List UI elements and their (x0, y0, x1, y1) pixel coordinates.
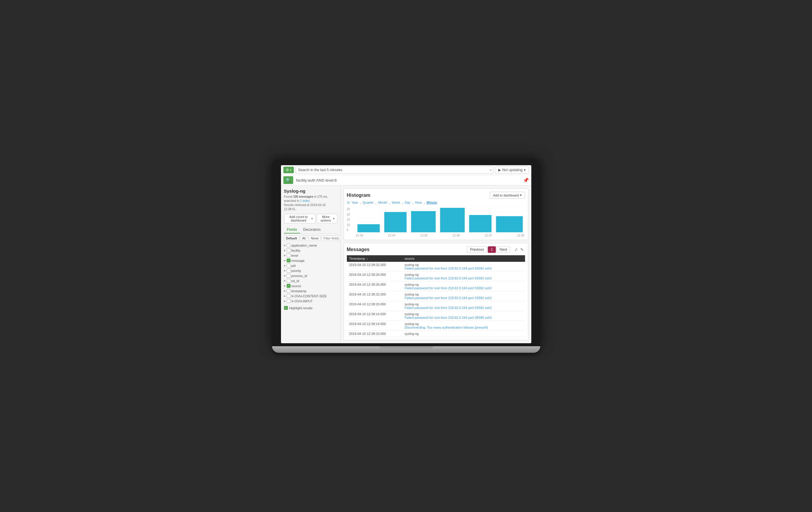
msg-source: syslog-ng (405, 263, 419, 267)
col-timestamp: Timestamp ↕ (347, 255, 402, 262)
message-count: 106 messages (293, 195, 314, 198)
field-name: application_name (291, 244, 317, 247)
edit-icon[interactable]: ✎ (519, 247, 525, 252)
y-label: 5 (347, 228, 350, 232)
chevron-right-icon: ▶ (284, 254, 286, 257)
bar-1236[interactable] (440, 208, 465, 232)
msg-source: syslog-ng (405, 302, 419, 306)
table-row[interactable]: 2019-04-10 12:38:26.000 syslog-ng Failed… (347, 281, 525, 291)
list-item[interactable]: ▶ level (284, 253, 337, 258)
pin-icon[interactable]: 📌 (523, 178, 529, 183)
sidebar-info: Found 106 messages in 270 ms, searched i… (284, 195, 337, 211)
filter-none[interactable]: None (309, 236, 321, 241)
list-item[interactable]: ▶ ✓ message (284, 258, 337, 263)
index-link[interactable]: 1 index (300, 199, 310, 203)
previous-button[interactable]: Previous (467, 246, 487, 253)
msg-timestamp: 2019-04-10 12:38:32.000 (347, 262, 402, 272)
field-name: timestamp (291, 289, 307, 293)
add-to-dashboard-button[interactable]: Add to dashboard ▾ (490, 192, 525, 198)
table-row[interactable]: 2019-04-10 12:38:20.000 syslog-ng Failed… (347, 301, 525, 311)
chevron-down-icon: ▾ (290, 168, 291, 171)
filter-fields-input[interactable] (321, 236, 340, 241)
histogram-title: Histogram (347, 193, 370, 198)
chevron-right-icon: ▶ (284, 279, 286, 282)
next-button[interactable]: Next (497, 246, 510, 253)
field-name: facility (291, 249, 301, 252)
table-row[interactable]: 2019-04-10 12:38:14.000 syslog-ng Discon… (347, 321, 525, 331)
laptop-base (272, 346, 540, 353)
x-label-1237: 12:37 (485, 234, 492, 237)
msg-content: syslog-ng Failed password for root from … (402, 281, 525, 291)
not-updating-button[interactable]: ▶ Not updating ▾ (495, 166, 529, 173)
time-hour[interactable]: Hour (415, 201, 422, 204)
list-item[interactable]: ▶ ✓ source (284, 283, 337, 288)
expand-icon[interactable]: ⤢ (513, 247, 519, 252)
tab-fields[interactable]: Fields (284, 226, 300, 234)
bar-1237[interactable] (469, 215, 491, 232)
tab-decorators[interactable]: Decorators (300, 226, 324, 234)
time-year[interactable]: Year (352, 201, 358, 204)
field-name: X-OVH-CONTENT-SIZE (291, 294, 327, 298)
time-day[interactable]: Day (405, 201, 411, 204)
time-month[interactable]: Month (378, 201, 387, 204)
time-quarter[interactable]: Quarter (362, 201, 374, 204)
x-label-1236: 12:36 (452, 234, 460, 237)
table-row[interactable]: 2019-04-10 12:38:29.000 syslog-ng Failed… (347, 272, 525, 281)
list-item[interactable]: ▶ priority (284, 268, 337, 273)
bar-1233[interactable] (357, 224, 380, 232)
query-search-button[interactable]: 🔍 (283, 176, 293, 184)
bar-1234[interactable] (384, 212, 406, 232)
messages-table: Timestamp ↕ source 2019-04-10 12:38:32.0… (347, 255, 525, 337)
msg-text: Failed password for root from 218.92.0.1… (405, 276, 492, 280)
time-minute[interactable]: Minute (427, 201, 437, 204)
pagination: Previous 1 Next (467, 246, 510, 253)
more-actions-button[interactable]: More actions ▾ (317, 214, 337, 223)
add-count-button[interactable]: Add count to dashboard ▾ (284, 214, 316, 223)
list-item[interactable]: ▶ facility (284, 248, 337, 253)
table-row[interactable]: 2019-04-10 12:38:14.000 syslog-ng Failed… (347, 311, 525, 321)
chevron-right-icon: ▶ (284, 264, 286, 267)
list-item[interactable]: ▶ process_id (284, 273, 337, 278)
messages-title: Messages (347, 247, 467, 252)
highlight-checkbox[interactable]: ✓ (284, 306, 288, 310)
msg-source: syslog-ng (405, 283, 419, 286)
circle-icon: ⊙ (347, 200, 350, 205)
search-mode-button[interactable]: ⚙ ▾ (283, 167, 294, 173)
filter-all[interactable]: All (300, 236, 308, 241)
list-item[interactable]: ▶ X-OVH-INPUT (284, 298, 337, 303)
list-item[interactable]: ▶ sd_id (284, 278, 337, 283)
field-name: source (291, 284, 301, 288)
field-name: X-OVH-INPUT (291, 299, 313, 303)
field-checkbox (287, 248, 291, 252)
time-week[interactable]: Week (392, 201, 400, 204)
table-row[interactable]: 2019-04-10 12:38:22.000 syslog-ng Failed… (347, 291, 525, 301)
bar-1235[interactable] (411, 211, 436, 232)
msg-source: syslog-ng (405, 312, 419, 316)
field-name: message (291, 259, 305, 262)
chevron-down-icon: ▾ (311, 217, 313, 220)
table-row[interactable]: 2019-04-10 12:38:10.000 syslog-ng (347, 331, 525, 337)
x-label-1235: 12:35 (420, 234, 428, 237)
bar-1238[interactable] (496, 216, 523, 232)
histogram-header: Histogram Add to dashboard ▾ (347, 192, 525, 198)
gear-icon: ⚙ (286, 168, 289, 172)
messages-header: Messages Previous 1 Next ⤢ ✎ (347, 246, 525, 253)
msg-text: Failed password for root from 218.92.0.1… (405, 316, 492, 319)
page-1-button[interactable]: 1 (488, 246, 496, 253)
field-checkbox-checked: ✓ (287, 284, 291, 288)
list-item[interactable]: ▶ X-OVH-CONTENT-SIZE (284, 293, 337, 298)
list-item[interactable]: ▶ pid (284, 263, 337, 268)
list-item[interactable]: ▶ application_name (284, 243, 337, 248)
query-input[interactable] (295, 177, 521, 184)
filter-default[interactable]: Default (284, 236, 299, 241)
msg-text: Failed password for root from 218.92.0.1… (405, 267, 492, 270)
histogram-svg (355, 207, 525, 232)
field-name: priority (291, 269, 301, 273)
msg-content: syslog-ng Failed password for root from … (402, 301, 525, 311)
search-input[interactable] (296, 166, 493, 173)
list-item[interactable]: ▶ timestamp (284, 288, 337, 293)
chevron-down-icon: ▾ (524, 168, 526, 172)
table-row[interactable]: 2019-04-10 12:38:32.000 syslog-ng Failed… (347, 262, 525, 272)
msg-timestamp: 2019-04-10 12:38:10.000 (347, 331, 402, 337)
add-dashboard-label: Add to dashboard (493, 193, 519, 197)
